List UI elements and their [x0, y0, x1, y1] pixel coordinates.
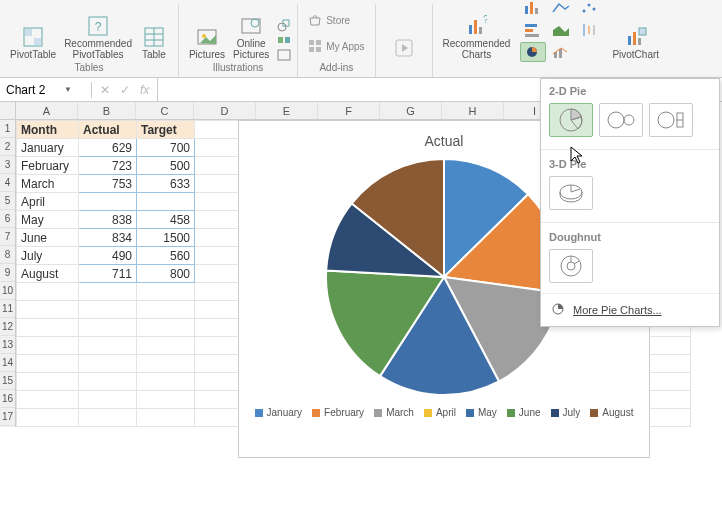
row-header[interactable]: 5 — [0, 192, 15, 210]
cell[interactable] — [79, 409, 137, 427]
myapps-button[interactable]: My Apps — [304, 36, 368, 56]
cell[interactable]: February — [17, 157, 79, 175]
select-all-button[interactable] — [0, 102, 16, 119]
shapes-icon[interactable] — [277, 18, 291, 32]
cell[interactable] — [137, 319, 195, 337]
cell[interactable] — [137, 193, 195, 211]
cell[interactable] — [79, 193, 137, 211]
recommended-charts-button[interactable]: ? Recommended Charts — [439, 12, 515, 62]
legend-item[interactable]: March — [374, 407, 414, 418]
row-header[interactable]: 14 — [0, 354, 15, 372]
cell[interactable]: 700 — [137, 139, 195, 157]
column-chart-menu[interactable] — [520, 0, 546, 18]
row-header[interactable]: 10 — [0, 282, 15, 300]
pictures-button[interactable]: Pictures — [185, 23, 229, 62]
cell[interactable]: 490 — [79, 247, 137, 265]
cell[interactable] — [79, 283, 137, 301]
legend-item[interactable]: August — [590, 407, 633, 418]
cell[interactable] — [17, 373, 79, 391]
cell[interactable] — [17, 337, 79, 355]
name-box[interactable]: ▼ — [0, 82, 92, 98]
row-header[interactable]: 6 — [0, 210, 15, 228]
cell[interactable]: 838 — [79, 211, 137, 229]
cell[interactable]: 458 — [137, 211, 195, 229]
row-header[interactable]: 3 — [0, 156, 15, 174]
column-header[interactable]: D — [194, 102, 256, 119]
column-header[interactable]: C — [136, 102, 194, 119]
legend-item[interactable]: June — [507, 407, 541, 418]
cell[interactable]: 629 — [79, 139, 137, 157]
row-header[interactable]: 17 — [0, 408, 15, 426]
stock-chart-menu[interactable] — [576, 20, 602, 40]
bar-of-pie-option[interactable] — [649, 103, 693, 137]
cell[interactable] — [79, 301, 137, 319]
chart-legend[interactable]: JanuaryFebruaryMarchAprilMayJuneJulyAugu… — [245, 407, 643, 418]
cell[interactable] — [17, 283, 79, 301]
name-box-input[interactable] — [4, 82, 64, 98]
cell[interactable] — [17, 319, 79, 337]
cell[interactable] — [17, 409, 79, 427]
pie-chart[interactable] — [314, 155, 574, 399]
row-header[interactable]: 16 — [0, 390, 15, 408]
combo-chart-menu[interactable] — [548, 42, 574, 62]
more-pie-charts[interactable]: More Pie Charts... — [541, 293, 719, 326]
legend-item[interactable]: February — [312, 407, 364, 418]
cell[interactable] — [137, 283, 195, 301]
area-chart-menu[interactable] — [548, 20, 574, 40]
pie-3d-option[interactable] — [549, 176, 593, 210]
column-header[interactable]: G — [380, 102, 442, 119]
cell[interactable]: 1500 — [137, 229, 195, 247]
cell[interactable] — [79, 355, 137, 373]
doughnut-option[interactable] — [549, 249, 593, 283]
cell[interactable] — [137, 373, 195, 391]
cell[interactable] — [79, 337, 137, 355]
legend-item[interactable]: July — [551, 407, 581, 418]
cell[interactable]: August — [17, 265, 79, 283]
pie-of-pie-option[interactable] — [599, 103, 643, 137]
column-header[interactable]: H — [442, 102, 504, 119]
row-header[interactable]: 15 — [0, 372, 15, 390]
row-header[interactable]: 11 — [0, 300, 15, 318]
cell[interactable]: Target — [137, 121, 195, 139]
cancel-icon[interactable]: ✕ — [100, 83, 110, 97]
fx-icon[interactable]: fx — [140, 83, 149, 97]
column-header[interactable]: A — [16, 102, 78, 119]
cell[interactable]: Month — [17, 121, 79, 139]
cell[interactable]: 500 — [137, 157, 195, 175]
pie-2d-option[interactable] — [549, 103, 593, 137]
store-button[interactable]: Store — [304, 10, 354, 30]
cell[interactable]: July — [17, 247, 79, 265]
bing-button[interactable] — [386, 34, 422, 62]
line-chart-menu[interactable] — [548, 0, 574, 18]
cell[interactable]: 834 — [79, 229, 137, 247]
legend-item[interactable]: April — [424, 407, 456, 418]
enter-icon[interactable]: ✓ — [120, 83, 130, 97]
table-button[interactable]: Table — [136, 23, 172, 62]
row-header[interactable]: 9 — [0, 264, 15, 282]
cell[interactable]: 753 — [79, 175, 137, 193]
cell[interactable]: April — [17, 193, 79, 211]
cell[interactable]: March — [17, 175, 79, 193]
cell[interactable]: Actual — [79, 121, 137, 139]
column-header[interactable]: F — [318, 102, 380, 119]
row-header[interactable]: 8 — [0, 246, 15, 264]
cell[interactable] — [17, 301, 79, 319]
row-header[interactable]: 13 — [0, 336, 15, 354]
cell[interactable] — [137, 301, 195, 319]
cell[interactable]: 560 — [137, 247, 195, 265]
row-header[interactable]: 2 — [0, 138, 15, 156]
cell[interactable]: January — [17, 139, 79, 157]
screenshot-icon[interactable] — [277, 48, 291, 62]
cell[interactable]: 800 — [137, 265, 195, 283]
legend-item[interactable]: January — [255, 407, 303, 418]
chevron-down-icon[interactable]: ▼ — [64, 85, 72, 94]
cell[interactable] — [137, 337, 195, 355]
column-header[interactable]: E — [256, 102, 318, 119]
row-header[interactable]: 7 — [0, 228, 15, 246]
cell[interactable] — [137, 391, 195, 409]
cell[interactable]: 633 — [137, 175, 195, 193]
legend-item[interactable]: May — [466, 407, 497, 418]
cell[interactable] — [137, 409, 195, 427]
cell[interactable] — [79, 319, 137, 337]
row-header[interactable]: 12 — [0, 318, 15, 336]
